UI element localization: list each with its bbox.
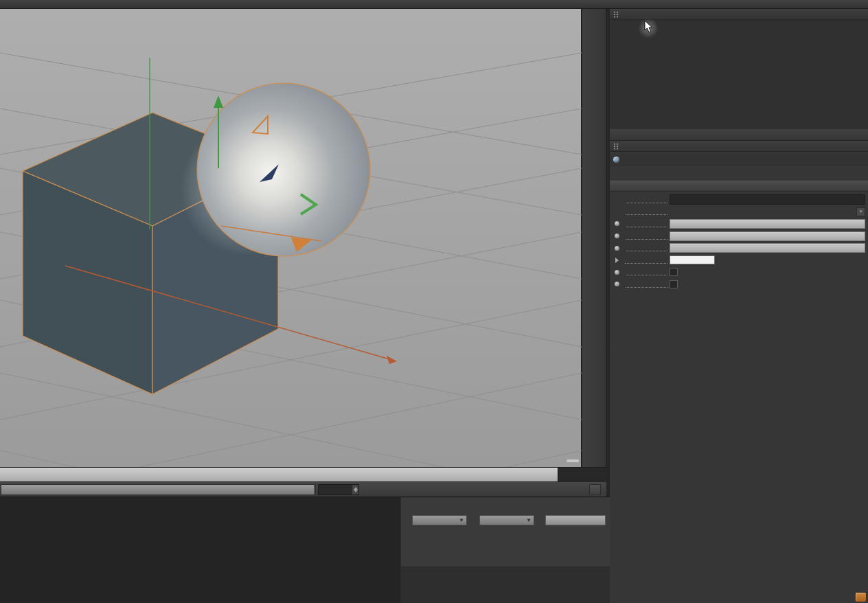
- apply-button[interactable]: [545, 515, 606, 525]
- layer-dropdown[interactable]: ▾: [856, 207, 865, 216]
- coordinates-manager: ▼ ▼: [400, 497, 610, 603]
- enabled-checkbox[interactable]: [670, 268, 678, 276]
- attribute-rows: ▾: [610, 194, 868, 291]
- render-visible-dropdown[interactable]: [670, 231, 865, 241]
- keyframe-dot-icon[interactable]: [615, 270, 619, 275]
- timeline-controls: [0, 481, 606, 497]
- right-panel: ▾: [610, 9, 868, 603]
- coords-panel-footer: [401, 567, 610, 603]
- drag-grip-icon[interactable]: [613, 11, 619, 18]
- attr-row-enabled: [610, 266, 868, 279]
- attribute-menubar: [610, 141, 868, 152]
- viewport[interactable]: [0, 9, 582, 467]
- current-frame-box[interactable]: [558, 468, 606, 481]
- attr-row-display-color: [610, 254, 868, 266]
- multi-object-icon: [613, 157, 619, 163]
- top-toolbar: [0, 0, 868, 9]
- gizmo-y-arrow[interactable]: [214, 95, 223, 108]
- keyframe-dot-icon[interactable]: [615, 234, 619, 238]
- attr-row-editor-visible: [610, 218, 868, 230]
- cinema4d-window: ▾: [0, 0, 868, 603]
- grid-spacing-label: [567, 459, 579, 462]
- material-manager-area[interactable]: [0, 497, 400, 603]
- attr-row-use-color: [610, 242, 868, 254]
- xray-checkbox[interactable]: [670, 280, 678, 288]
- selection-info: [610, 154, 868, 166]
- use-color-dropdown[interactable]: [670, 243, 865, 253]
- preview-range-slider[interactable]: [1, 484, 316, 495]
- notification-icon[interactable]: [856, 593, 866, 602]
- attr-row-xray: [610, 278, 868, 291]
- frame-spinner[interactable]: [352, 485, 358, 494]
- end-frame-field[interactable]: [318, 484, 359, 495]
- expand-icon[interactable]: [615, 258, 619, 263]
- object-palette-toolbar: [582, 9, 606, 467]
- attr-row-name: [610, 194, 868, 206]
- sphere-object[interactable]: [197, 83, 370, 256]
- color-swatch[interactable]: [670, 255, 715, 264]
- attr-row-render-visible: [610, 230, 868, 242]
- coord-system-dropdown[interactable]: ▼: [412, 515, 467, 525]
- viewport-canvas[interactable]: [0, 9, 582, 467]
- attribute-manager-tabs: [610, 129, 868, 141]
- scale-mode-dropdown[interactable]: ▼: [479, 515, 534, 525]
- keyframe-dot-icon[interactable]: [615, 221, 619, 226]
- mouse-cursor: [644, 21, 654, 36]
- name-field[interactable]: [670, 194, 865, 205]
- drag-grip-icon[interactable]: [613, 143, 619, 150]
- keyframe-dot-icon[interactable]: [615, 246, 619, 251]
- render-flag-button[interactable]: [589, 484, 601, 495]
- editor-visible-dropdown[interactable]: [670, 219, 865, 229]
- x-axis-arrow: [387, 356, 397, 364]
- chevron-down-icon: ▼: [459, 516, 464, 525]
- preview-range-fill[interactable]: [1, 485, 314, 494]
- attr-row-layer: ▾: [610, 206, 868, 218]
- timeline-ruler[interactable]: [0, 467, 606, 481]
- keyframe-dot-icon[interactable]: [615, 282, 619, 286]
- chevron-down-icon: ▼: [526, 516, 532, 525]
- basic-properties-header[interactable]: [610, 181, 868, 192]
